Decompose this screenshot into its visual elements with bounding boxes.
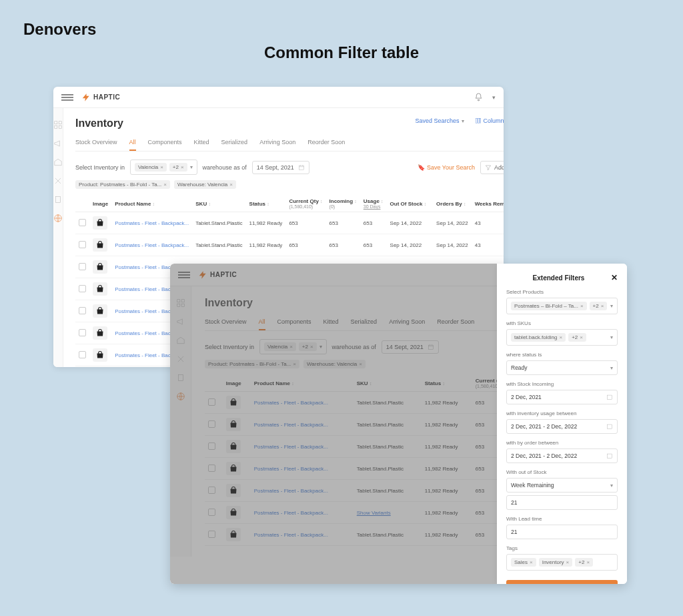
sidebar-megaphone-icon[interactable]	[53, 139, 63, 148]
tab-serialized[interactable]: Serialized	[351, 318, 378, 330]
column-header[interactable]: Product Name ↕	[251, 375, 354, 392]
column-header[interactable]: Status ↕	[422, 375, 472, 392]
filter-chip-product[interactable]: Product: Postmates - Bi-Fold - Ta...×	[205, 360, 299, 368]
product-name-link[interactable]: Postmates - Fleet - Backpack...	[254, 422, 328, 428]
tab-reorder-soon[interactable]: Reorder Soon	[307, 139, 345, 151]
sidebar-globe-icon[interactable]	[53, 214, 63, 223]
chip-remove-icon[interactable]: ×	[359, 361, 362, 367]
warehouse-select[interactable]: Valencia× +2× ▾	[259, 339, 327, 354]
lead-time-input[interactable]: 21	[506, 525, 618, 539]
chip-remove-icon[interactable]: ×	[163, 182, 167, 188]
tab-all[interactable]: All	[129, 139, 136, 151]
warehouse-select[interactable]: Valencia× +2× ▾	[130, 160, 197, 175]
chip-remove-icon[interactable]: ×	[289, 344, 293, 350]
row-checkbox[interactable]	[79, 241, 86, 248]
warehouse-chip[interactable]: Valencia×	[135, 163, 167, 172]
close-icon[interactable]: ✕	[611, 273, 618, 282]
column-header[interactable]: Product Name ↕	[111, 196, 192, 212]
chip-remove-icon[interactable]: ×	[160, 164, 163, 170]
tab-serialized[interactable]: Serialized	[221, 139, 248, 151]
chip-remove-icon[interactable]: ×	[310, 344, 313, 350]
more-chip[interactable]: +2×	[169, 163, 187, 172]
product-name-link[interactable]: Postmates - Fleet - Backpack...	[115, 220, 189, 226]
product-name-link[interactable]: Postmates - Fleet - Back...	[115, 330, 177, 336]
product-name-link[interactable]: Postmates - Fleet - Backpack...	[254, 532, 328, 538]
row-checkbox[interactable]	[79, 351, 86, 358]
sidebar-tools-icon[interactable]	[53, 176, 63, 186]
chip-remove-icon[interactable]: ×	[181, 164, 184, 170]
tab-all[interactable]: All	[259, 318, 265, 330]
tab-stock-overview[interactable]: Stock Overview	[205, 318, 247, 330]
chip-remove-icon[interactable]: ×	[293, 361, 296, 367]
sidebar-dashboard-icon[interactable]	[176, 298, 185, 308]
product-name-link[interactable]: Postmates - Fleet - Backpack...	[254, 510, 328, 516]
tags-input[interactable]: Sales×Inventory×+2×	[506, 554, 618, 571]
row-checkbox[interactable]	[208, 442, 215, 450]
column-header[interactable]: Weeks Remaining ↕	[472, 196, 504, 212]
bell-icon[interactable]	[474, 93, 483, 101]
sidebar-clipboard-icon[interactable]	[176, 373, 185, 382]
menu-icon[interactable]	[178, 272, 190, 278]
order-between-range[interactable]: 2 Dec, 2021 - 2 Dec, 2022	[506, 448, 618, 463]
filter-chip-warehouse[interactable]: Warehouse: Valencia×	[303, 360, 366, 368]
column-header[interactable]: Out Of Stock ↕	[387, 196, 434, 212]
inventory-usage-range[interactable]: 2 Dec, 2021 - 2 Dec, 2022	[506, 419, 618, 434]
product-name-link[interactable]: Postmates - Fleet - Back...	[115, 286, 177, 292]
column-header[interactable]: Incoming ↕(0)	[326, 196, 360, 212]
user-menu-caret[interactable]: ▾	[492, 94, 496, 101]
product-name-link[interactable]: Postmates - Fleet - Backpack...	[254, 466, 328, 472]
column-header[interactable]: Status ↕	[246, 196, 286, 212]
column-header[interactable]: SKU ↕	[354, 375, 422, 392]
row-checkbox[interactable]	[208, 398, 215, 406]
product-name-link[interactable]: Postmates - Fleet - Backpack...	[254, 488, 328, 494]
row-checkbox[interactable]	[208, 509, 215, 516]
row-checkbox[interactable]	[208, 531, 215, 538]
filter-chip-warehouse[interactable]: Warehouse: Valencia×	[174, 180, 236, 189]
tab-stock-overview[interactable]: Stock Overview	[75, 139, 117, 151]
columns-link[interactable]: Columns ▾	[475, 117, 504, 124]
tab-components[interactable]: Components	[277, 318, 311, 330]
tab-arriving-soon[interactable]: Arriving Soon	[389, 318, 425, 330]
tab-kitted[interactable]: Kitted	[323, 318, 339, 330]
row-checkbox[interactable]	[79, 263, 86, 270]
saved-searches-link[interactable]: Saved Searches ▾	[415, 117, 464, 124]
row-checkbox[interactable]	[208, 465, 215, 472]
row-checkbox[interactable]	[79, 219, 86, 226]
tab-components[interactable]: Components	[148, 139, 182, 151]
product-name-link[interactable]: Postmates - Fleet - Backpack...	[254, 444, 328, 450]
additional-filters-button[interactable]: Additional Filters	[480, 161, 504, 174]
column-header[interactable]: Usage ↕30 Days	[360, 196, 387, 212]
tab-reorder-soon[interactable]: Reorder Soon	[437, 318, 474, 330]
out-of-stock-select[interactable]: Week Remaining▾	[506, 478, 618, 493]
search-button[interactable]: SEARCH	[506, 580, 618, 584]
filter-chip-product[interactable]: Product: Postmates - Bi-Fold - Ta...×	[75, 180, 170, 189]
date-input[interactable]: 14 Sept, 2021	[382, 340, 439, 354]
column-header[interactable]: SKU ↕	[192, 196, 245, 212]
product-name-link[interactable]: Postmates - Fleet - Backpack...	[254, 400, 328, 406]
product-name-link[interactable]: Postmates - Fleet - Backpack...	[115, 242, 189, 248]
sidebar-clipboard-icon[interactable]	[53, 195, 63, 204]
sidebar-dashboard-icon[interactable]	[53, 120, 63, 129]
save-search-link[interactable]: 🔖 Save Your Search	[418, 164, 475, 171]
select-products-input[interactable]: Postmates – Bi-Fold – Ta...×+2×▾	[506, 298, 618, 314]
row-checkbox[interactable]	[79, 329, 86, 336]
sidebar-warehouse-icon[interactable]	[176, 336, 185, 345]
row-checkbox[interactable]	[208, 420, 215, 428]
tab-arriving-soon[interactable]: Arriving Soon	[259, 139, 295, 151]
sidebar-warehouse-icon[interactable]	[53, 158, 63, 167]
row-checkbox[interactable]	[208, 487, 215, 494]
product-name-link[interactable]: Postmates - Fleet - Back...	[115, 352, 177, 358]
more-chip[interactable]: +2×	[299, 342, 317, 351]
product-name-link[interactable]: Postmates - Fleet - Back...	[115, 308, 177, 314]
out-of-stock-number[interactable]: 21	[506, 495, 618, 510]
sidebar-tools-icon[interactable]	[176, 354, 185, 364]
row-checkbox[interactable]	[79, 307, 86, 314]
stock-incoming-date[interactable]: 2 Dec, 2021	[506, 390, 618, 404]
tab-kitted[interactable]: Kitted	[194, 139, 209, 151]
warehouse-chip[interactable]: Valencia×	[264, 342, 296, 351]
menu-icon[interactable]	[61, 94, 73, 101]
show-variants-link[interactable]: Show Variants	[357, 510, 391, 516]
sidebar-megaphone-icon[interactable]	[176, 317, 185, 326]
sidebar-globe-icon[interactable]	[176, 392, 185, 401]
chip-remove-icon[interactable]: ×	[229, 182, 233, 188]
